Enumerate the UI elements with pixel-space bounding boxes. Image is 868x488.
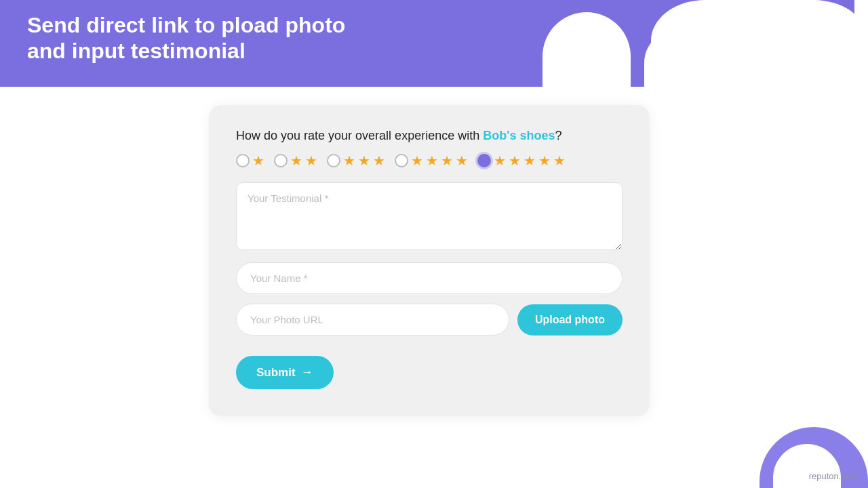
upload-photo-button[interactable]: Upload photo xyxy=(517,304,623,336)
rating-options-row: ★ ★ ★ ★ ★ ★ ★ ★ ★ ★ ★ ★ ★ ★ xyxy=(236,154,623,167)
star-3c: ★ xyxy=(373,154,385,167)
testimonial-textarea[interactable] xyxy=(236,182,623,250)
star-5a: ★ xyxy=(494,154,506,167)
radio-1[interactable] xyxy=(236,154,250,167)
radio-3[interactable] xyxy=(327,154,340,167)
testimonial-form-card: How do you rate your overall experience … xyxy=(209,105,650,416)
brand-name: Bob's shoes xyxy=(483,129,555,142)
question-prefix: How do you rate your overall experience … xyxy=(236,129,483,142)
star-4d: ★ xyxy=(456,154,468,167)
submit-button[interactable]: Submit → xyxy=(236,356,334,389)
blob-1 xyxy=(542,12,631,87)
radio-2[interactable] xyxy=(274,154,288,167)
star-3b: ★ xyxy=(358,154,370,167)
rating-option-1[interactable]: ★ xyxy=(236,154,264,167)
rating-question: How do you rate your overall experience … xyxy=(236,129,623,143)
header-title: Send direct link to pload photo and inpu… xyxy=(27,12,345,64)
radio-5[interactable] xyxy=(477,154,491,167)
star-3a: ★ xyxy=(343,154,355,167)
rating-option-4[interactable]: ★ ★ ★ ★ xyxy=(395,154,468,167)
star-5e: ★ xyxy=(553,154,566,167)
submit-label: Submit xyxy=(256,366,296,380)
submit-arrow-icon: → xyxy=(301,365,313,380)
header-banner: Send direct link to pload photo and inpu… xyxy=(0,0,868,87)
photo-url-row: Upload photo xyxy=(236,304,623,336)
star-1: ★ xyxy=(252,154,264,167)
header-title-line2: and input testimonial xyxy=(27,39,245,63)
header-blobs xyxy=(461,0,868,87)
name-input[interactable] xyxy=(236,262,623,294)
rating-option-3[interactable]: ★ ★ ★ xyxy=(327,154,385,167)
star-5d: ★ xyxy=(538,154,551,167)
header-title-line1: Send direct link to pload photo xyxy=(27,13,345,37)
rating-option-2[interactable]: ★ ★ xyxy=(274,154,317,167)
star-4b: ★ xyxy=(426,154,438,167)
rating-option-5[interactable]: ★ ★ ★ ★ ★ xyxy=(477,154,566,167)
star-4a: ★ xyxy=(411,154,423,167)
question-suffix: ? xyxy=(555,129,562,142)
photo-url-input[interactable] xyxy=(236,304,509,336)
blob-3 xyxy=(651,0,868,87)
star-5c: ★ xyxy=(524,154,536,167)
star-5b: ★ xyxy=(509,154,521,167)
star-4c: ★ xyxy=(441,154,453,167)
bottom-right-inner xyxy=(773,444,841,488)
star-2a: ★ xyxy=(290,154,302,167)
radio-4[interactable] xyxy=(395,154,408,167)
reputon-brand: reputon.com xyxy=(809,471,858,481)
star-2b: ★ xyxy=(305,154,317,167)
